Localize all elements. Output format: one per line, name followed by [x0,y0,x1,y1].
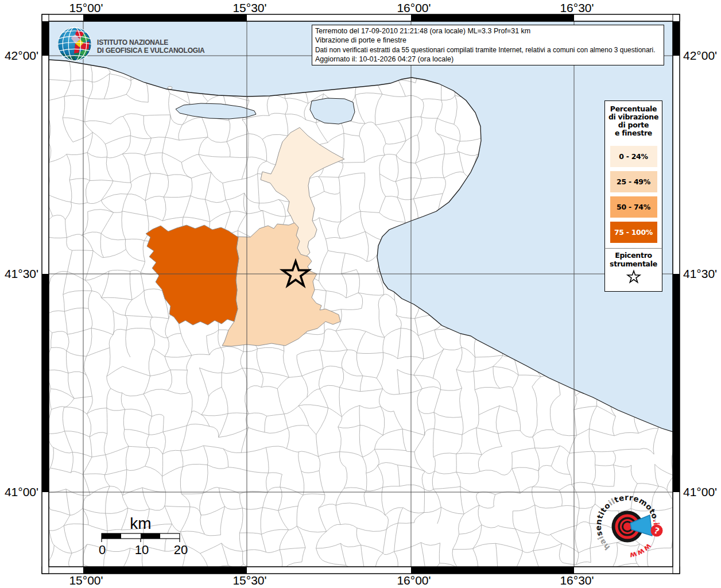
legend-swatch-75-100: 75 - 100% [610,222,657,243]
info-box: Terremoto del 17-09-2010 21:21:48 (ora l… [312,25,664,65]
axis-label-left-41-00: 41°00' [0,485,38,499]
ingv-logo: ISTITUTO NAZIONALE DI GEOFISICA E VULCAN… [57,26,275,66]
axis-label-bottom-15-30: 15°30' [218,574,281,587]
axis-label-bottom-15-00: 15°00' [55,574,118,587]
axis-label-right-42-00: 42°00' [683,49,717,63]
ingv-name-line1: ISTITUTO NAZIONALE [97,39,205,47]
ingv-name-line2: DI GEOFISICA E VULCANOLOGIA [97,47,205,55]
info-line-updated: Aggiornato il: 10-01-2026 04:27 (ora loc… [315,55,661,64]
legend: Percentuale di vibrazione di porte e fin… [604,100,662,292]
axis-label-left-41-30: 41°30' [0,267,38,281]
watermark-logo: haisentitoilterremoto.it www. ? [584,484,672,571]
axis-label-top-16-30: 16°30' [545,1,608,15]
scale-km-label: km [130,514,151,532]
legend-swatch-25-49: 25 - 49% [610,171,657,192]
info-line-event: Terremoto del 17-09-2010 21:21:48 (ora l… [315,26,661,36]
legend-divider [606,248,661,249]
scale-tick-0: 0 [99,543,106,557]
info-line-effect: Vibrazione di porte e finestre [315,36,661,45]
legend-swatch-50-74: 50 - 74% [610,196,657,218]
legend-epicenter-label: Epicentro strumentale [605,251,662,268]
info-line-disclaimer: Dati non verificati estratti da 55 quest… [315,45,645,55]
scale-tick-10: 10 [135,543,149,557]
axis-label-bottom-16-00: 16°00' [382,574,445,587]
axis-label-right-41-30: 41°30' [683,267,717,281]
axis-label-bottom-16-30: 16°30' [545,574,608,587]
ingv-globe-icon [57,26,94,64]
scale-tick-20: 20 [174,543,188,557]
axis-label-top-15-00: 15°00' [55,1,118,15]
tremiti-islet [168,87,172,90]
legend-title: Percentuale di vibrazione di porte e fin… [605,105,662,137]
axis-label-top-16-00: 16°00' [382,1,445,15]
ingv-shakemap-page: km 0 10 20 15°00' 15°30' 16°00' 16°30' 1… [0,0,721,588]
axis-label-right-41-00: 41°00' [683,485,717,499]
legend-swatch-0-24: 0 - 24% [610,146,657,167]
ingv-name: ISTITUTO NAZIONALE DI GEOFISICA E VULCAN… [97,39,205,55]
legend-epicenter-star-icon [626,269,642,285]
watermark-question-badge: ? [651,525,663,537]
axis-label-top-15-30: 15°30' [218,1,281,15]
axis-label-left-42-00: 42°00' [0,49,38,63]
